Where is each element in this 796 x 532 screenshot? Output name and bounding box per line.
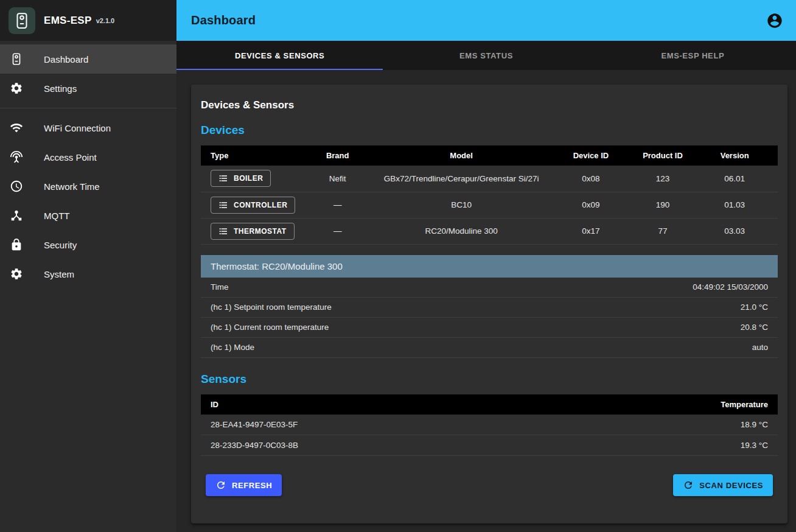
thermostat-row: (hc 1) Current room temperature 20.8 °C bbox=[201, 318, 778, 338]
device-product-id: 123 bbox=[634, 166, 692, 192]
device-model: GBx72/Trendline/Cerapur/Greenstar Si/27i bbox=[375, 166, 548, 192]
account-circle-icon bbox=[766, 12, 783, 29]
sidebar-item-security[interactable]: Security bbox=[0, 230, 176, 259]
refresh-icon bbox=[683, 480, 694, 491]
sidebar-item-label: MQTT bbox=[44, 211, 70, 221]
device-model: RC20/Moduline 300 bbox=[375, 218, 548, 244]
sensor-id: 28-233D-9497-0C03-8B bbox=[201, 435, 554, 456]
device-brand: Nefit bbox=[300, 166, 375, 192]
device-thermostat-button[interactable]: THERMOSTAT bbox=[211, 223, 295, 240]
device-id: 0x08 bbox=[548, 166, 634, 192]
device-brand: — bbox=[300, 192, 375, 218]
device-row: BOILER Nefit GBx72/Trendline/Cerapur/Gre… bbox=[201, 166, 778, 192]
column-temperature: Temperature bbox=[554, 394, 778, 415]
gear-icon bbox=[10, 82, 44, 95]
scan-devices-button[interactable]: SCAN DEVICES bbox=[673, 474, 773, 496]
device-product-id: 190 bbox=[634, 192, 692, 218]
sidebar-item-access-point[interactable]: Access Point bbox=[0, 142, 176, 172]
sidebar-divider bbox=[0, 108, 176, 108]
device-type-label: BOILER bbox=[234, 174, 263, 183]
tab-bar: DEVICES & SENSORS EMS STATUS EMS-ESP HEL… bbox=[176, 41, 796, 70]
device-brand: — bbox=[300, 218, 375, 244]
sidebar-header: EMS-ESP v2.1.0 bbox=[0, 0, 176, 41]
column-product-id: Product ID bbox=[634, 145, 692, 166]
sidebar-nav: Dashboard Settings WiFi Connection Acces… bbox=[0, 41, 176, 289]
page-title: Dashboard bbox=[191, 13, 256, 27]
card-title: Devices & Sensors bbox=[201, 99, 778, 111]
refresh-icon bbox=[215, 480, 226, 491]
row-label: (hc 1) Setpoint room temperature bbox=[211, 303, 332, 312]
sidebar-item-system[interactable]: System bbox=[0, 259, 176, 289]
tab-ems-esp-help[interactable]: EMS-ESP HELP bbox=[590, 41, 796, 70]
device-id: 0x17 bbox=[548, 218, 634, 244]
wifi-icon bbox=[10, 121, 44, 135]
tab-ems-status[interactable]: EMS STATUS bbox=[383, 41, 589, 70]
sidebar-item-label: WiFi Connection bbox=[44, 123, 111, 133]
sidebar-item-label: Dashboard bbox=[44, 54, 88, 65]
device-id: 0x09 bbox=[548, 192, 634, 218]
list-icon bbox=[218, 173, 228, 183]
column-version: Version bbox=[691, 145, 778, 166]
thermostat-row: Time 04:49:02 15/03/2000 bbox=[201, 278, 778, 298]
account-button[interactable] bbox=[762, 8, 787, 33]
antenna-icon bbox=[10, 150, 44, 164]
sensor-temperature: 18.9 °C bbox=[554, 415, 778, 435]
device-hub-icon bbox=[10, 209, 44, 222]
device-controller-button[interactable]: CONTROLLER bbox=[211, 197, 295, 214]
device-version: 06.01 bbox=[691, 166, 778, 192]
app-logo bbox=[9, 7, 35, 34]
app-version: v2.1.0 bbox=[96, 17, 115, 24]
list-icon bbox=[218, 200, 228, 210]
refresh-label: REFRESH bbox=[232, 481, 272, 490]
sensor-row: 28-233D-9497-0C03-8B 19.3 °C bbox=[201, 435, 778, 456]
gear-icon bbox=[10, 267, 44, 281]
row-value: 21.0 °C bbox=[741, 303, 768, 312]
sidebar-item-mqtt[interactable]: MQTT bbox=[0, 201, 176, 230]
row-value: 04:49:02 15/03/2000 bbox=[693, 282, 768, 292]
thermostat-row: (hc 1) Mode auto bbox=[201, 338, 778, 358]
devices-heading: Devices bbox=[201, 124, 778, 137]
device-product-id: 77 bbox=[634, 218, 692, 244]
device-type-label: THERMOSTAT bbox=[234, 227, 287, 236]
column-id: ID bbox=[201, 394, 554, 415]
tab-label: EMS STATUS bbox=[459, 51, 513, 60]
sidebar-item-label: Access Point bbox=[44, 152, 97, 163]
refresh-button[interactable]: REFRESH bbox=[206, 474, 282, 496]
app-name: EMS-ESP bbox=[44, 15, 92, 27]
row-value: 20.8 °C bbox=[741, 323, 768, 332]
column-device-id: Device ID bbox=[548, 145, 634, 166]
devices-table: Type Brand Model Device ID Product ID Ve… bbox=[201, 145, 778, 245]
row-label: (hc 1) Current room temperature bbox=[211, 323, 329, 332]
thermostat-panel-header: Thermostat: RC20/Moduline 300 bbox=[201, 255, 778, 278]
column-model: Model bbox=[375, 145, 548, 166]
device-boiler-button[interactable]: BOILER bbox=[211, 170, 271, 187]
sidebar-item-label: Network Time bbox=[44, 181, 100, 192]
sidebar-item-label: Security bbox=[44, 240, 77, 250]
row-value: auto bbox=[752, 343, 768, 352]
device-row: CONTROLLER — BC10 0x09 190 01.03 bbox=[201, 192, 778, 218]
row-label: (hc 1) Mode bbox=[211, 343, 254, 352]
device-version: 03.03 bbox=[691, 218, 778, 244]
device-model: BC10 bbox=[375, 192, 548, 218]
row-label: Time bbox=[211, 282, 229, 292]
appbar: Dashboard bbox=[176, 0, 796, 41]
tab-label: DEVICES & SENSORS bbox=[235, 51, 324, 60]
sidebar-item-label: System bbox=[44, 269, 74, 279]
sidebar-item-network-time[interactable]: Network Time bbox=[0, 172, 176, 201]
main-column: Dashboard DEVICES & SENSORS EMS STATUS E… bbox=[176, 0, 796, 532]
tab-devices-sensors[interactable]: DEVICES & SENSORS bbox=[176, 41, 383, 70]
sensors-table-header: ID Temperature bbox=[201, 394, 778, 415]
sidebar-item-settings[interactable]: Settings bbox=[0, 74, 176, 103]
column-brand: Brand bbox=[300, 145, 375, 166]
devices-sensors-card: Devices & Sensors Devices Type Brand Mod… bbox=[191, 85, 787, 523]
clock-icon bbox=[10, 180, 44, 193]
column-type: Type bbox=[201, 145, 300, 166]
sensors-table: ID Temperature 28-EA41-9497-0E03-5F 18.9… bbox=[201, 394, 778, 457]
thermostat-row: (hc 1) Setpoint room temperature 21.0 °C bbox=[201, 298, 778, 318]
sidebar-item-dashboard[interactable]: Dashboard bbox=[0, 44, 176, 74]
boiler-device-icon bbox=[10, 52, 44, 66]
sensor-row: 28-EA41-9497-0E03-5F 18.9 °C bbox=[201, 415, 778, 435]
boiler-logo-icon bbox=[13, 12, 31, 30]
sidebar-item-label: Settings bbox=[44, 83, 77, 94]
sidebar-item-wifi[interactable]: WiFi Connection bbox=[0, 113, 176, 142]
